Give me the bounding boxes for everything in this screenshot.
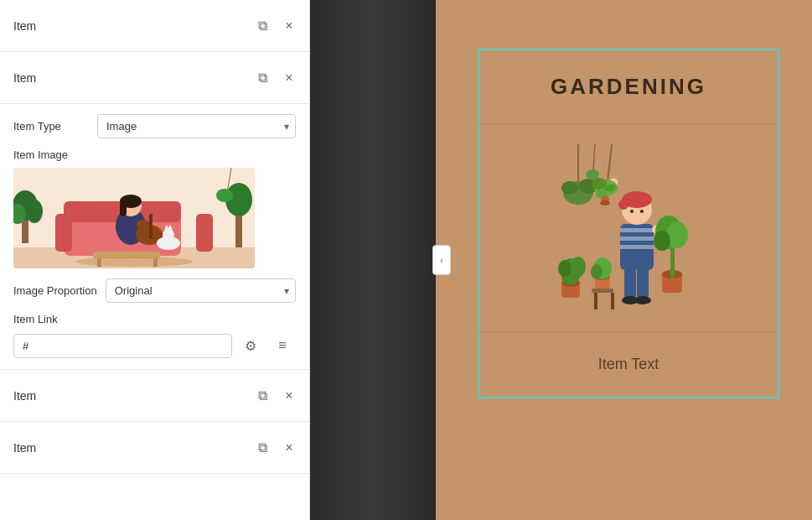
svg-rect-34 <box>620 228 654 232</box>
item-row-1: Item ⧉ × <box>0 0 309 52</box>
copy-button-4[interactable]: ⧉ <box>249 434 276 461</box>
svg-point-14 <box>163 229 174 241</box>
item-input-4[interactable]: Item <box>7 438 249 458</box>
right-panel: GARDENING <box>436 0 812 520</box>
image-proportion-label: Image Proportion <box>13 284 97 297</box>
item-row-3: Item ⧉ × <box>0 370 309 422</box>
close-button-1[interactable]: × <box>276 13 303 39</box>
svg-line-48 <box>608 144 612 182</box>
chevron-left-icon: ‹ <box>440 255 443 265</box>
svg-point-42 <box>630 210 634 213</box>
item-row-4: Item ⧉ × <box>0 422 309 474</box>
close-button-3[interactable]: × <box>276 382 303 409</box>
svg-line-51 <box>593 144 595 169</box>
gear-icon: ⚙ <box>245 338 256 354</box>
image-proportion-row: Image Proportion Original Square Wide Ta… <box>13 278 296 303</box>
item-image-label: Item Image <box>13 148 296 161</box>
gardening-illustration-svg <box>553 144 704 312</box>
middle-divider: ‹ <box>310 0 436 520</box>
item-type-select-wrapper: Image Text Button Link ▾ <box>97 114 296 138</box>
close-button-4[interactable]: × <box>276 434 303 461</box>
card-text: Item Text <box>598 356 659 373</box>
item-type-row: Item Type Image Text Button Link ▾ <box>13 114 296 138</box>
copy-icon-2: ⧉ <box>258 70 267 86</box>
svg-rect-12 <box>149 214 153 239</box>
svg-rect-5 <box>196 214 213 252</box>
close-icon-4: × <box>285 440 292 455</box>
item-row-2: Item ⧉ × <box>0 52 309 104</box>
svg-rect-9 <box>120 201 127 216</box>
svg-rect-36 <box>620 245 654 249</box>
svg-point-74 <box>600 200 610 205</box>
gardening-card: GARDENING <box>478 49 779 398</box>
item-link-input[interactable]: # <box>13 334 232 358</box>
image-proportion-select-wrapper: Original Square Wide Tall ▾ <box>106 278 296 303</box>
svg-rect-35 <box>620 237 654 241</box>
item-input-2[interactable]: Item <box>7 68 249 88</box>
copy-icon-4: ⧉ <box>258 440 267 455</box>
svg-point-24 <box>216 189 233 202</box>
item-input-1[interactable]: Item <box>7 16 249 36</box>
card-title-section: GARDENING <box>479 50 778 124</box>
link-list-button[interactable]: ≡ <box>269 332 296 359</box>
preview-image-svg <box>13 168 255 268</box>
card-text-section: Item Text <box>479 332 778 397</box>
svg-point-20 <box>26 200 43 223</box>
svg-point-41 <box>618 200 628 210</box>
svg-point-56 <box>558 260 572 277</box>
list-icon: ≡ <box>278 338 286 353</box>
link-gear-button[interactable]: ⚙ <box>237 332 264 359</box>
svg-point-11 <box>137 220 150 230</box>
card-title: GARDENING <box>551 74 706 100</box>
svg-point-70 <box>654 231 670 251</box>
item-link-row: # ⚙ ≡ <box>13 332 296 359</box>
card-image-section <box>479 124 778 332</box>
svg-point-46 <box>561 181 578 195</box>
item-image-preview[interactable] <box>13 168 255 268</box>
collapse-panel-button[interactable]: ‹ <box>432 245 451 275</box>
copy-button-1[interactable]: ⧉ <box>249 13 276 39</box>
item-type-select[interactable]: Image Text Button Link <box>97 114 296 138</box>
item-input-3[interactable]: Item <box>7 386 249 406</box>
copy-icon-3: ⧉ <box>258 388 267 403</box>
close-icon-2: × <box>285 70 292 86</box>
svg-point-57 <box>571 257 586 277</box>
svg-rect-60 <box>592 289 613 293</box>
close-icon-1: × <box>285 18 292 34</box>
svg-point-28 <box>75 257 193 267</box>
svg-point-52 <box>586 169 599 179</box>
expanded-section: Item Type Image Text Button Link ▾ Item … <box>0 104 309 370</box>
svg-point-32 <box>634 296 651 304</box>
close-button-2[interactable]: × <box>276 65 303 91</box>
svg-rect-61 <box>594 293 597 309</box>
copy-button-3[interactable]: ⧉ <box>249 382 276 409</box>
close-icon-3: × <box>285 388 292 403</box>
svg-rect-4 <box>55 214 72 252</box>
svg-rect-62 <box>611 293 614 309</box>
item-type-label: Item Type <box>13 120 89 133</box>
svg-point-43 <box>640 210 644 213</box>
image-proportion-select[interactable]: Original Square Wide Tall <box>106 278 296 303</box>
svg-point-64 <box>591 264 603 279</box>
copy-icon-1: ⧉ <box>258 18 267 34</box>
copy-button-2[interactable]: ⧉ <box>249 65 276 91</box>
item-link-label: Item Link <box>13 313 296 325</box>
left-panel: Item ⧉ × Item ⧉ × Item Type Image Text B… <box>0 0 310 520</box>
